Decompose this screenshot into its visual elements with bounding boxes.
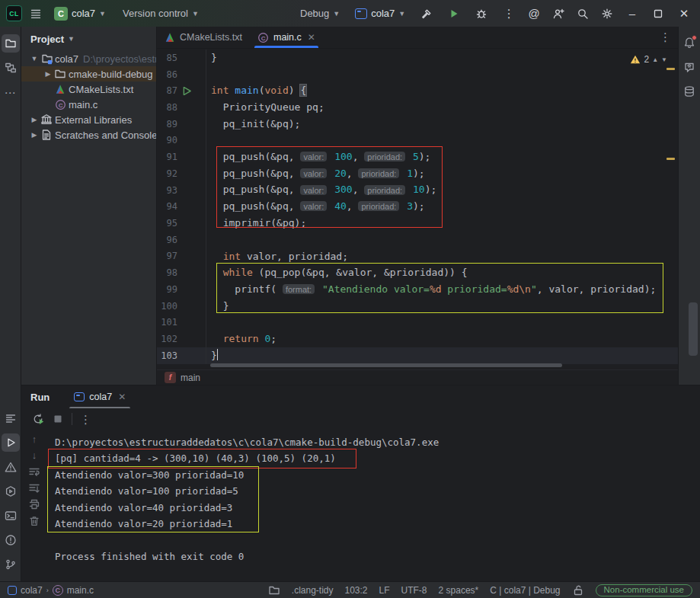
build-button[interactable] [416, 3, 437, 24]
run-configuration-select[interactable]: cola7 ▼ [350, 5, 410, 22]
tree-item-scratches-and-consoles[interactable]: ▶Scratches and Consoles [21, 127, 156, 142]
toolchain-widget[interactable]: C | cola7 | Debug [490, 585, 560, 596]
tree-item-label: cmake-build-debug [69, 69, 153, 80]
main-menu-icon[interactable] [30, 8, 42, 20]
database-button[interactable] [680, 82, 698, 101]
gutter [177, 215, 206, 232]
project-tree: ▼cola7D:\proyectos\estruc▶cmake-build-de… [21, 51, 156, 142]
statusbar-breadcrumb-file[interactable]: main.c [67, 585, 94, 596]
statusbar-breadcrumb-project[interactable]: cola7 [21, 585, 43, 596]
stop-button[interactable] [52, 413, 64, 425]
tree-item-cmakelists-txt[interactable]: CMakeLists.txt [21, 82, 156, 97]
run-console[interactable]: D:\proyectos\estructuraddedatos\c\cola7\… [55, 434, 692, 564]
encoding-widget[interactable]: UTF-8 [401, 585, 427, 596]
more-tool-windows-button[interactable]: ⋯ [2, 83, 20, 101]
toolwindow-run-button[interactable] [2, 433, 20, 452]
tree-item-main-c[interactable]: Cmain.c [21, 97, 156, 112]
version-control-widget[interactable]: Version control ▼ [118, 5, 203, 22]
license-badge[interactable]: Non-commercial use [596, 584, 692, 596]
code-line-91[interactable]: 91 pq_push(&pq, valor: 100, prioridad: 5… [157, 149, 679, 165]
chevron-down-icon: ▼ [99, 10, 106, 18]
code-line-90[interactable]: 90 [157, 133, 679, 149]
more-actions-button[interactable]: ⋮ [498, 3, 519, 24]
code-line-98[interactable]: 98 while (pq_pop(&pq, &valor, &prioridad… [157, 264, 679, 281]
tab-options-button[interactable]: ⋮ [652, 31, 679, 43]
code-line-88[interactable]: 88 PriorityQueue pq; [157, 99, 679, 116]
line-separator-widget[interactable]: LF [379, 585, 390, 596]
editor-tab-cmakelists-txt[interactable]: CMakeLists.txt [157, 27, 250, 48]
line-number: 85 [157, 53, 177, 63]
toolwindow-project-button[interactable] [2, 34, 20, 53]
code-line-102[interactable]: 102 return 0; [157, 331, 679, 347]
editor-tab-bar: CMakeLists.txtCmain.c✕⋮ [157, 27, 679, 49]
toolwindow-problems-button[interactable] [2, 458, 20, 476]
toolwindow-terminal-button[interactable] [2, 507, 20, 525]
chevron-down-icon[interactable]: ▼ [68, 35, 75, 43]
code-line-94[interactable]: 94 pq_push(&pq, valor: 40, prioridad: 3)… [157, 198, 679, 215]
code-line-85[interactable]: 85} [157, 50, 679, 66]
chevron-down-icon[interactable]: ▼ [29, 55, 40, 62]
chevron-right-icon[interactable]: ▶ [43, 70, 53, 78]
code-text: } [211, 347, 218, 364]
code-line-87[interactable]: 87int main(void) { [157, 82, 679, 99]
search-everywhere-button[interactable] [572, 3, 593, 24]
arrow-down-button[interactable]: ↓ [32, 449, 37, 462]
code-line-96[interactable]: 96 [157, 232, 679, 248]
caret-position-widget[interactable]: 103:2 [345, 585, 368, 596]
toolwindow-version-control-button[interactable] [2, 555, 20, 574]
code-line-97[interactable]: 97 int valor, prioridad; [157, 248, 679, 265]
code-editor[interactable]: 85}8687int main(void) {88 PriorityQueue … [157, 50, 679, 364]
notifications-button[interactable] [680, 34, 698, 52]
toolwindow-structure-button[interactable] [2, 59, 20, 77]
code-line-95[interactable]: 95 imprimir(&pq); [157, 215, 679, 232]
ai-assistant-button[interactable] [680, 58, 698, 76]
folder-icon[interactable] [268, 584, 280, 596]
settings-button[interactable] [596, 3, 618, 24]
unlock-icon[interactable] [572, 584, 584, 596]
toolbar-separator [72, 413, 72, 425]
code-line-103[interactable]: 103} [157, 347, 679, 364]
tree-item-cmake-build-debug[interactable]: ▶cmake-build-debug [21, 66, 156, 82]
arrow-up-button[interactable]: ↑ [32, 433, 37, 445]
project-widget[interactable]: C cola7 ▼ [50, 4, 110, 24]
toolwindow-services-button[interactable] [2, 482, 20, 500]
code-line-89[interactable]: 89 pq_init(&pq); [157, 116, 679, 133]
chevron-right-icon[interactable]: ▶ [29, 131, 40, 139]
indent-widget[interactable]: 2 spaces* [439, 585, 479, 596]
code-text: } [211, 50, 217, 66]
maximize-button[interactable] [647, 2, 670, 25]
horizontal-scrollbar[interactable] [210, 363, 562, 367]
trash-button[interactable] [28, 515, 40, 527]
console-options-button[interactable]: ⋮ [80, 414, 91, 425]
code-line-100[interactable]: 100 } [157, 298, 679, 315]
minimize-button[interactable]: – [621, 2, 644, 25]
debug-button[interactable] [471, 3, 492, 24]
code-line-92[interactable]: 92 pq_push(&pq, valor: 20, prioridad: 1)… [157, 165, 679, 182]
rerun-button[interactable] [32, 413, 44, 425]
line-number: 89 [157, 119, 177, 130]
run-tab[interactable]: cola7 ✕ [69, 385, 130, 408]
toolwindow-notifications-button[interactable] [2, 531, 20, 549]
clang-tidy-widget[interactable]: .clang-tidy [292, 585, 334, 596]
scroll-end-button[interactable] [28, 482, 40, 494]
code-with-me-button[interactable] [548, 3, 569, 24]
close-button[interactable]: ✕ [673, 2, 695, 25]
run-mode-select[interactable]: Debug ▼ [296, 5, 344, 22]
printer-button[interactable] [28, 498, 40, 510]
tree-item-cola7[interactable]: ▼cola7D:\proyectos\estruc [21, 51, 156, 66]
close-icon[interactable]: ✕ [308, 32, 315, 43]
code-line-93[interactable]: 93 pq_push(&pq, valor: 300, prioridad: 1… [157, 182, 679, 199]
breadcrumb-function[interactable]: main [181, 373, 200, 383]
close-icon[interactable]: ✕ [118, 392, 126, 402]
run-button[interactable] [443, 3, 465, 24]
code-line-86[interactable]: 86 [157, 66, 679, 83]
code-line-99[interactable]: 99 printf( format: "Atendiendo valor=%d … [157, 281, 679, 298]
soft-wrap-button[interactable] [28, 465, 40, 478]
chevron-right-icon[interactable]: ▶ [29, 116, 40, 123]
toolwindow-todo-button[interactable] [2, 409, 20, 427]
ai-assistant-button[interactable]: @ [523, 3, 545, 24]
code-line-101[interactable]: 101 [157, 315, 679, 331]
vertical-scrollbar[interactable] [689, 302, 698, 356]
editor-tab-main-c[interactable]: Cmain.c✕ [250, 27, 323, 48]
tree-item-external-libraries[interactable]: ▶External Libraries [21, 112, 156, 127]
